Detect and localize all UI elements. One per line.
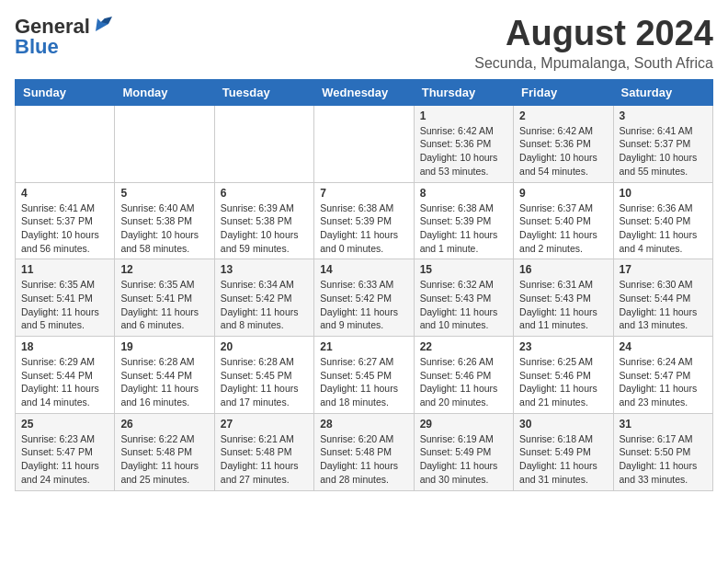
day-info: Sunrise: 6:35 AM Sunset: 5:41 PM Dayligh… (120, 278, 208, 332)
day-number: 20 (221, 340, 308, 353)
col-header-thursday: Thursday (414, 79, 513, 105)
page-header: General Blue August 2024 Secunda, Mpumal… (15, 15, 713, 72)
day-number: 14 (320, 263, 407, 276)
day-info: Sunrise: 6:28 AM Sunset: 5:45 PM Dayligh… (221, 355, 308, 409)
day-number: 7 (320, 187, 407, 200)
calendar-cell: 26Sunrise: 6:22 AM Sunset: 5:48 PM Dayli… (115, 413, 214, 490)
calendar-week-row: 11Sunrise: 6:35 AM Sunset: 5:41 PM Dayli… (16, 259, 713, 337)
col-header-sunday: Sunday (16, 79, 115, 105)
calendar-cell: 9Sunrise: 6:37 AM Sunset: 5:40 PM Daylig… (514, 182, 613, 259)
day-info: Sunrise: 6:28 AM Sunset: 5:44 PM Dayligh… (120, 355, 208, 409)
day-info: Sunrise: 6:27 AM Sunset: 5:45 PM Dayligh… (320, 355, 407, 409)
day-info: Sunrise: 6:30 AM Sunset: 5:44 PM Dayligh… (620, 278, 707, 332)
logo-blue: Blue (15, 35, 59, 59)
day-number: 10 (620, 187, 707, 200)
calendar-cell: 23Sunrise: 6:25 AM Sunset: 5:46 PM Dayli… (514, 337, 613, 414)
day-info: Sunrise: 6:34 AM Sunset: 5:42 PM Dayligh… (221, 278, 308, 332)
calendar-week-row: 4Sunrise: 6:41 AM Sunset: 5:37 PM Daylig… (16, 182, 713, 259)
calendar-cell: 18Sunrise: 6:29 AM Sunset: 5:44 PM Dayli… (16, 337, 115, 414)
day-number: 12 (120, 263, 208, 276)
day-info: Sunrise: 6:24 AM Sunset: 5:47 PM Dayligh… (620, 355, 707, 409)
day-number: 28 (320, 418, 407, 431)
calendar-cell: 5Sunrise: 6:40 AM Sunset: 5:38 PM Daylig… (115, 182, 214, 259)
day-number: 17 (620, 263, 707, 276)
day-info: Sunrise: 6:41 AM Sunset: 5:37 PM Dayligh… (620, 124, 707, 178)
day-number: 26 (120, 418, 208, 431)
calendar-cell: 14Sunrise: 6:33 AM Sunset: 5:42 PM Dayli… (314, 259, 414, 337)
day-info: Sunrise: 6:21 AM Sunset: 5:48 PM Dayligh… (221, 432, 308, 487)
calendar-header-row: SundayMondayTuesdayWednesdayThursdayFrid… (16, 79, 713, 105)
day-number: 15 (420, 263, 507, 276)
day-info: Sunrise: 6:25 AM Sunset: 5:46 PM Dayligh… (519, 355, 607, 409)
calendar-cell: 15Sunrise: 6:32 AM Sunset: 5:43 PM Dayli… (414, 259, 513, 337)
day-info: Sunrise: 6:38 AM Sunset: 5:39 PM Dayligh… (420, 201, 507, 256)
day-info: Sunrise: 6:42 AM Sunset: 5:36 PM Dayligh… (420, 124, 507, 178)
calendar-body: 1Sunrise: 6:42 AM Sunset: 5:36 PM Daylig… (16, 105, 713, 490)
calendar-cell: 29Sunrise: 6:19 AM Sunset: 5:49 PM Dayli… (414, 413, 513, 490)
calendar-cell: 30Sunrise: 6:18 AM Sunset: 5:49 PM Dayli… (514, 413, 613, 490)
calendar-cell: 25Sunrise: 6:23 AM Sunset: 5:47 PM Dayli… (16, 413, 115, 490)
calendar-cell: 1Sunrise: 6:42 AM Sunset: 5:36 PM Daylig… (414, 105, 513, 182)
day-info: Sunrise: 6:42 AM Sunset: 5:36 PM Dayligh… (519, 124, 607, 178)
day-info: Sunrise: 6:19 AM Sunset: 5:49 PM Dayligh… (420, 432, 507, 487)
calendar-cell: 12Sunrise: 6:35 AM Sunset: 5:41 PM Dayli… (115, 259, 214, 337)
day-number: 27 (221, 418, 308, 431)
calendar-cell: 16Sunrise: 6:31 AM Sunset: 5:43 PM Dayli… (514, 259, 613, 337)
day-info: Sunrise: 6:32 AM Sunset: 5:43 PM Dayligh… (420, 278, 507, 332)
calendar-cell: 17Sunrise: 6:30 AM Sunset: 5:44 PM Dayli… (613, 259, 712, 337)
calendar-cell: 24Sunrise: 6:24 AM Sunset: 5:47 PM Dayli… (613, 337, 712, 414)
day-info: Sunrise: 6:22 AM Sunset: 5:48 PM Dayligh… (120, 432, 208, 487)
day-number: 2 (519, 109, 607, 122)
calendar-cell: 21Sunrise: 6:27 AM Sunset: 5:45 PM Dayli… (314, 337, 414, 414)
calendar-cell (115, 105, 214, 182)
calendar-cell: 19Sunrise: 6:28 AM Sunset: 5:44 PM Dayli… (115, 337, 214, 414)
col-header-monday: Monday (115, 79, 214, 105)
day-info: Sunrise: 6:23 AM Sunset: 5:47 PM Dayligh… (21, 432, 108, 487)
day-number: 1 (420, 109, 507, 122)
col-header-wednesday: Wednesday (314, 79, 414, 105)
day-info: Sunrise: 6:17 AM Sunset: 5:50 PM Dayligh… (620, 432, 707, 487)
day-number: 9 (519, 187, 607, 200)
day-info: Sunrise: 6:39 AM Sunset: 5:38 PM Dayligh… (221, 201, 308, 256)
col-header-tuesday: Tuesday (214, 79, 313, 105)
day-number: 21 (320, 340, 407, 353)
day-number: 19 (120, 340, 208, 353)
day-number: 30 (519, 418, 607, 431)
day-info: Sunrise: 6:33 AM Sunset: 5:42 PM Dayligh… (320, 278, 407, 332)
day-info: Sunrise: 6:29 AM Sunset: 5:44 PM Dayligh… (21, 355, 108, 409)
calendar-cell: 27Sunrise: 6:21 AM Sunset: 5:48 PM Dayli… (214, 413, 313, 490)
calendar-cell: 20Sunrise: 6:28 AM Sunset: 5:45 PM Dayli… (214, 337, 313, 414)
logo-icon (92, 15, 112, 35)
calendar-cell: 2Sunrise: 6:42 AM Sunset: 5:36 PM Daylig… (514, 105, 613, 182)
day-number: 18 (21, 340, 108, 353)
day-number: 11 (21, 263, 108, 276)
day-number: 24 (620, 340, 707, 353)
subtitle: Secunda, Mpumalanga, South Africa (474, 55, 713, 72)
day-number: 31 (620, 418, 707, 431)
calendar-cell: 10Sunrise: 6:36 AM Sunset: 5:40 PM Dayli… (613, 182, 712, 259)
calendar-cell (16, 105, 115, 182)
calendar-cell (214, 105, 313, 182)
calendar-cell: 11Sunrise: 6:35 AM Sunset: 5:41 PM Dayli… (16, 259, 115, 337)
day-info: Sunrise: 6:20 AM Sunset: 5:48 PM Dayligh… (320, 432, 407, 487)
calendar-cell: 31Sunrise: 6:17 AM Sunset: 5:50 PM Dayli… (613, 413, 712, 490)
day-number: 4 (21, 187, 108, 200)
day-number: 29 (420, 418, 507, 431)
calendar-week-row: 18Sunrise: 6:29 AM Sunset: 5:44 PM Dayli… (16, 337, 713, 414)
day-info: Sunrise: 6:37 AM Sunset: 5:40 PM Dayligh… (519, 201, 607, 256)
calendar-cell: 4Sunrise: 6:41 AM Sunset: 5:37 PM Daylig… (16, 182, 115, 259)
day-info: Sunrise: 6:35 AM Sunset: 5:41 PM Dayligh… (21, 278, 108, 332)
day-number: 3 (620, 109, 707, 122)
day-number: 6 (221, 187, 308, 200)
day-number: 22 (420, 340, 507, 353)
day-info: Sunrise: 6:40 AM Sunset: 5:38 PM Dayligh… (120, 201, 208, 256)
calendar-table: SundayMondayTuesdayWednesdayThursdayFrid… (15, 79, 713, 491)
day-info: Sunrise: 6:38 AM Sunset: 5:39 PM Dayligh… (320, 201, 407, 256)
calendar-cell: 28Sunrise: 6:20 AM Sunset: 5:48 PM Dayli… (314, 413, 414, 490)
day-info: Sunrise: 6:31 AM Sunset: 5:43 PM Dayligh… (519, 278, 607, 332)
calendar-week-row: 1Sunrise: 6:42 AM Sunset: 5:36 PM Daylig… (16, 105, 713, 182)
calendar-cell (314, 105, 414, 182)
col-header-saturday: Saturday (613, 79, 712, 105)
calendar-cell: 22Sunrise: 6:26 AM Sunset: 5:46 PM Dayli… (414, 337, 513, 414)
day-number: 16 (519, 263, 607, 276)
